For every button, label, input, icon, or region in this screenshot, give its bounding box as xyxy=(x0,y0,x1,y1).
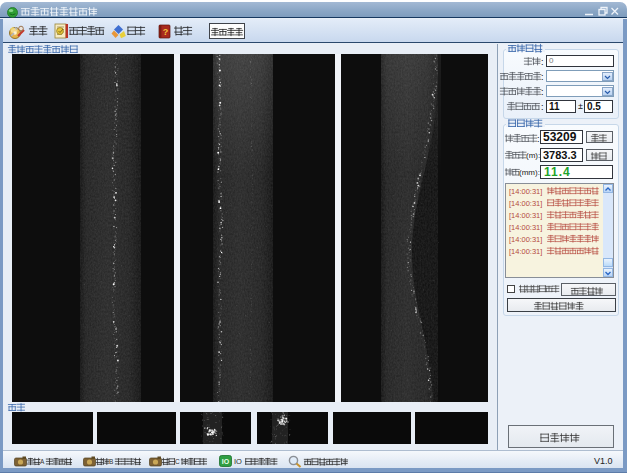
svg-text:?: ? xyxy=(163,27,169,37)
svg-text:IO: IO xyxy=(222,458,230,465)
